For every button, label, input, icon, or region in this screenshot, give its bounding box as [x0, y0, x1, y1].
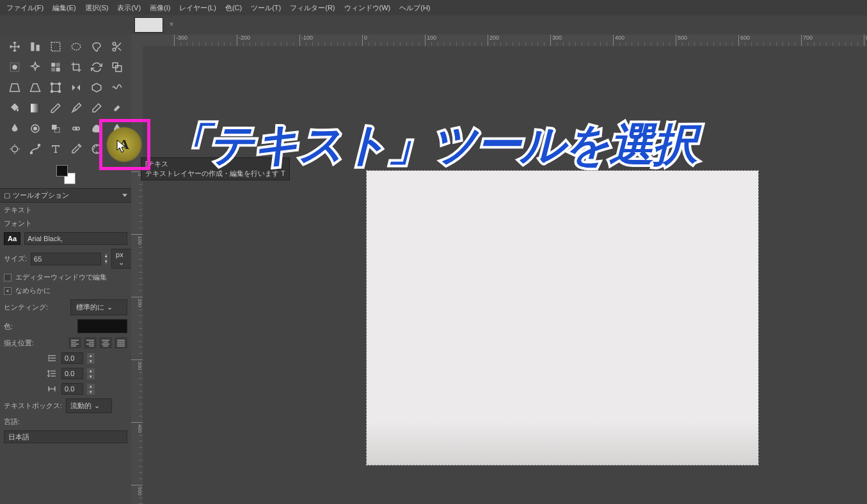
rect-select-tool[interactable]: [46, 37, 65, 56]
font-size-input[interactable]: [31, 253, 101, 265]
close-file-button[interactable]: ×: [167, 20, 176, 29]
clone-tool[interactable]: [46, 119, 65, 138]
tool-options-title: ツールオプション: [13, 191, 69, 200]
free-select-tool[interactable]: [87, 37, 106, 56]
airbrush-tool[interactable]: [107, 98, 127, 118]
menu-layer[interactable]: レイヤー(L): [175, 1, 219, 15]
align-center-button[interactable]: [99, 337, 112, 349]
svg-point-27: [38, 145, 40, 146]
svg-point-26: [30, 152, 32, 154]
align-tool[interactable]: [26, 37, 45, 56]
ruler-corner: [131, 35, 143, 46]
menu-view[interactable]: 表示(V): [113, 1, 145, 15]
textbox-label: テキストボックス:: [4, 401, 62, 411]
pencil-tool[interactable]: [46, 98, 65, 118]
letter-spacing-spinner[interactable]: ▴▾: [87, 384, 95, 395]
language-input[interactable]: [4, 430, 127, 443]
menu-file[interactable]: ファイル(F): [3, 1, 47, 15]
text-tool[interactable]: [46, 139, 65, 159]
editor-window-checkbox[interactable]: [4, 274, 12, 281]
ruler-tick: 100: [131, 234, 143, 244]
text-color-button[interactable]: [77, 319, 127, 333]
svg-rect-14: [52, 84, 60, 91]
foreground-select-tool[interactable]: [5, 58, 24, 77]
flip-tool[interactable]: [67, 78, 86, 97]
cage-tool[interactable]: [87, 78, 106, 97]
letter-spacing-input[interactable]: [61, 383, 83, 395]
dodge-tool[interactable]: [5, 139, 24, 159]
by-color-select-tool[interactable]: [46, 58, 65, 77]
fuzzy-select-tool[interactable]: [26, 58, 45, 77]
ellipse-select-tool[interactable]: [67, 37, 86, 56]
ruler-tick: 400: [131, 422, 143, 432]
menu-select[interactable]: 選択(S): [81, 1, 113, 15]
menu-color[interactable]: 色(C): [221, 1, 246, 15]
svg-point-18: [58, 91, 60, 93]
paintbrush-tool[interactable]: [67, 98, 86, 118]
letter-spacing-icon: [46, 383, 58, 395]
line-spacing-spinner[interactable]: ▴▾: [87, 368, 95, 379]
svg-point-25: [12, 146, 17, 152]
font-preview-icon[interactable]: Aa: [4, 232, 20, 245]
align-justify-button[interactable]: [115, 337, 127, 349]
svg-point-16: [58, 83, 60, 85]
line-spacing-input[interactable]: [61, 368, 83, 379]
rotate-tool[interactable]: [87, 58, 106, 77]
scissors-tool[interactable]: [107, 37, 127, 56]
foreground-color-icon[interactable]: [56, 165, 68, 177]
svg-rect-0: [31, 42, 34, 51]
svg-rect-19: [31, 104, 40, 113]
color-picker-tool[interactable]: [67, 139, 86, 159]
hinting-select[interactable]: 標準的に⌄: [70, 299, 127, 315]
menu-tools[interactable]: ツール(T): [247, 1, 285, 15]
panel-menu-icon[interactable]: [122, 194, 127, 197]
smooth-checkbox[interactable]: ×: [4, 287, 12, 295]
crop-tool[interactable]: [67, 58, 86, 77]
canvas-area: -300-200-1000100200300400500600700800 01…: [131, 35, 867, 504]
menu-image[interactable]: 画像(I): [146, 1, 174, 15]
move-tool[interactable]: [5, 37, 24, 56]
hinting-label: ヒンティング:: [4, 303, 48, 312]
ink-tool[interactable]: [5, 119, 24, 138]
unified-transform-tool[interactable]: [46, 78, 65, 97]
canvas[interactable]: [367, 171, 758, 465]
menu-edit[interactable]: 編集(E): [49, 1, 80, 15]
font-name-input[interactable]: [24, 232, 127, 245]
scale-tool[interactable]: [107, 58, 127, 77]
smooth-label: なめらかに: [15, 286, 51, 295]
file-tab[interactable]: ×: [134, 17, 176, 33]
indent-spinner[interactable]: ▴▾: [87, 353, 95, 364]
menu-windows[interactable]: ウィンドウ(W): [340, 1, 395, 15]
line-spacing-icon: [46, 368, 58, 379]
align-right-button[interactable]: [84, 337, 97, 349]
path-tool[interactable]: [26, 139, 45, 159]
mypaint-tool[interactable]: [26, 119, 45, 138]
bucket-tool[interactable]: [5, 98, 24, 118]
ruler-tick: 500: [131, 485, 143, 495]
tool-options-panel: テキスト フォント Aa サイズ: ▴▾ px⌄ エディターウィンドウで編集 ×…: [0, 203, 131, 446]
svg-point-15: [51, 83, 52, 85]
warp-tool[interactable]: [107, 78, 127, 97]
menu-filters[interactable]: フィルター(R): [286, 1, 338, 15]
shear-tool[interactable]: [5, 78, 24, 97]
menu-help[interactable]: ヘルプ(H): [395, 1, 434, 15]
gradient-tool[interactable]: [26, 98, 45, 118]
color-swatch[interactable]: [56, 165, 76, 184]
perspective-tool[interactable]: [26, 78, 45, 97]
indent-input[interactable]: [61, 352, 83, 364]
svg-rect-13: [115, 66, 121, 72]
eraser-tool[interactable]: [87, 98, 106, 118]
tool-options-header[interactable]: ▢ツールオプション: [0, 188, 131, 203]
textbox-select[interactable]: 流動的⌄: [66, 398, 112, 413]
ruler-horizontal[interactable]: -300-200-1000100200300400500600700800: [143, 35, 867, 46]
heal-tool[interactable]: [67, 119, 86, 138]
svg-rect-22: [52, 125, 57, 130]
align-left-button[interactable]: [68, 337, 81, 349]
size-spinner[interactable]: ▴▾: [105, 253, 107, 264]
ruler-tick: 800: [864, 35, 867, 46]
indent-icon: [46, 352, 58, 364]
ruler-vertical[interactable]: 0100200300400500600700: [131, 46, 143, 504]
font-label: フォント: [4, 219, 127, 228]
ruler-tick: 200: [131, 297, 143, 307]
svg-point-21: [33, 127, 36, 130]
